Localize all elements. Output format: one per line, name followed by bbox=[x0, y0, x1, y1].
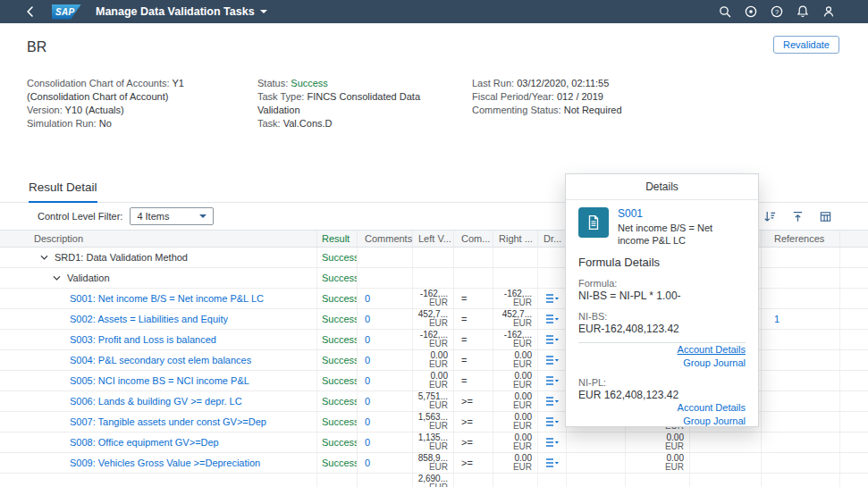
row-description: Validation bbox=[67, 273, 110, 283]
column-header[interactable]: Comments bbox=[358, 231, 413, 247]
copilot-icon[interactable] bbox=[744, 4, 758, 19]
table-row[interactable]: 2,690...EUR bbox=[0, 474, 868, 487]
comments-link[interactable]: 0 bbox=[365, 375, 370, 386]
references-cell bbox=[762, 248, 840, 267]
account-details-link[interactable]: Account Details bbox=[578, 401, 746, 415]
shell-bar: SAP Manage Data Validation Tasks ? bbox=[0, 0, 868, 23]
result-cell: Success bbox=[317, 350, 358, 370]
app-title-menu[interactable]: Manage Data Validation Tasks bbox=[96, 5, 267, 18]
comparison-cell: >= bbox=[454, 453, 493, 473]
description-cell: S006: Lands & building GV >= depr. LC bbox=[0, 391, 317, 411]
row-description[interactable]: S006: Lands & building GV >= depr. LC bbox=[70, 396, 242, 407]
comments-cell: 0 bbox=[358, 350, 413, 370]
header-info: Consolidation Chart of Accounts: Y1 (Con… bbox=[27, 77, 839, 130]
cell bbox=[840, 371, 868, 390]
popup-item-id-link[interactable]: S001 bbox=[618, 207, 746, 220]
left-value-cell: 0.00EUR bbox=[413, 350, 454, 370]
drilldown-menu-icon[interactable] bbox=[545, 396, 560, 407]
row-description[interactable]: S008: Office equipment GV>=Dep bbox=[70, 437, 219, 448]
drilldown-menu-icon[interactable] bbox=[545, 293, 560, 304]
comments-link[interactable]: 0 bbox=[365, 355, 370, 365]
revalidate-button[interactable]: Revalidate bbox=[773, 36, 839, 54]
sort-icon[interactable] bbox=[763, 210, 777, 223]
right-value-cell: 0.00EUR bbox=[493, 371, 538, 390]
description-cell: Validation bbox=[0, 268, 317, 288]
collapse-all-icon[interactable] bbox=[791, 210, 805, 223]
comments-cell bbox=[358, 248, 413, 267]
comments-link[interactable]: 0 bbox=[365, 293, 370, 304]
row-description[interactable]: S004: P&L secondary cost elem balances bbox=[70, 355, 251, 365]
column-header[interactable]: Left V... bbox=[413, 231, 454, 247]
left-value-cell: 1,135...EUR bbox=[413, 432, 454, 452]
header-field-value: 012 / 2019 bbox=[557, 91, 603, 102]
right-value-cell: 0.00EUR bbox=[493, 412, 538, 432]
help-icon[interactable]: ? bbox=[770, 4, 784, 19]
drilldown-menu-icon[interactable] bbox=[545, 334, 560, 345]
control-level-filter-label: Control Level Filter: bbox=[38, 211, 122, 222]
drilldown-cell bbox=[538, 248, 567, 267]
row-description[interactable]: S005: NCI income BS = NCI income P&L bbox=[70, 375, 249, 386]
reference-link[interactable]: 1 bbox=[774, 314, 780, 324]
left-value-cell: 0.00EUR bbox=[413, 371, 454, 390]
header-field-value: Val.Cons.D bbox=[283, 118, 333, 129]
search-icon[interactable] bbox=[718, 4, 732, 19]
expand-chevron-icon[interactable] bbox=[52, 273, 63, 283]
drilldown-menu-icon[interactable] bbox=[545, 355, 560, 365]
comments-link[interactable]: 0 bbox=[365, 416, 370, 427]
row-description[interactable]: S009: Vehicles Gross Value >=Depreciatio… bbox=[70, 458, 260, 468]
table-row[interactable]: S009: Vehicles Gross Value >=Depreciatio… bbox=[0, 453, 868, 474]
table-settings-icon[interactable] bbox=[819, 210, 832, 223]
comments-link[interactable]: 0 bbox=[365, 437, 370, 448]
drilldown-menu-icon[interactable] bbox=[545, 416, 560, 427]
drilldown-menu-icon[interactable] bbox=[545, 437, 560, 448]
comments-cell: 0 bbox=[358, 371, 413, 390]
right-value-cell: 0.00EUR bbox=[493, 391, 538, 411]
control-level-filter-select[interactable]: 4 Items bbox=[130, 207, 214, 225]
references-cell bbox=[762, 330, 840, 349]
chevron-down-icon bbox=[260, 10, 267, 13]
comparison-cell bbox=[454, 248, 493, 267]
column-header[interactable]: Result bbox=[317, 231, 358, 247]
header-field-label: Task Type: bbox=[257, 91, 307, 102]
right-value-cell bbox=[493, 248, 538, 267]
row-description[interactable]: S002: Assets = Liabilities and Equity bbox=[70, 314, 228, 324]
header-field: Last Run: 03/12/2020, 02:11:55 bbox=[472, 77, 823, 90]
comparison-cell: = bbox=[454, 371, 493, 390]
row-description[interactable]: S003: Profit and Loss is balanced bbox=[70, 334, 216, 345]
notifications-bell-icon[interactable] bbox=[796, 4, 810, 19]
description-cell: S005: NCI income BS = NCI income P&L bbox=[0, 371, 317, 390]
column-header[interactable]: Description bbox=[0, 231, 317, 247]
drilldown-menu-icon[interactable] bbox=[545, 375, 560, 386]
nibs-label: NI-BS: bbox=[578, 311, 746, 322]
drilldown-menu-icon[interactable] bbox=[545, 314, 560, 324]
expand-chevron-icon[interactable] bbox=[39, 252, 50, 263]
column-header[interactable]: Dr... bbox=[538, 231, 567, 247]
account-details-link[interactable]: Account Details bbox=[578, 343, 746, 357]
header-field-label: Task: bbox=[257, 118, 283, 129]
header-field: Consolidation Chart of Accounts: Y1 (Con… bbox=[27, 77, 241, 104]
filter-selected-value: 4 Items bbox=[137, 211, 169, 222]
tab-result-detail[interactable]: Result Detail bbox=[29, 181, 97, 202]
row-description[interactable]: S001: Net income B/S = Net income P&L LC bbox=[70, 293, 264, 304]
header-field: Task Type: FINCS Consolidated Data Valid… bbox=[257, 90, 456, 117]
column-header[interactable]: References bbox=[762, 231, 840, 247]
back-icon[interactable] bbox=[23, 4, 38, 19]
group-journal-link[interactable]: Group Journal bbox=[578, 357, 746, 370]
user-profile-icon[interactable] bbox=[822, 4, 836, 19]
drilldown-cell bbox=[538, 289, 567, 308]
drilldown-menu-icon[interactable] bbox=[545, 458, 560, 468]
group-journal-link[interactable]: Group Journal bbox=[578, 415, 746, 428]
result-cell: Success bbox=[317, 412, 358, 432]
row-description[interactable]: S007: Tangible assets under const GV>=De… bbox=[70, 416, 266, 427]
column-header[interactable]: Right ... bbox=[493, 231, 538, 247]
result-cell: Success bbox=[317, 309, 358, 329]
cell bbox=[840, 289, 868, 308]
right-value-cell bbox=[493, 474, 538, 487]
result-cell: Success bbox=[317, 330, 358, 349]
comments-link[interactable]: 0 bbox=[365, 458, 370, 468]
comments-link[interactable]: 0 bbox=[365, 334, 370, 345]
comments-link[interactable]: 0 bbox=[365, 314, 370, 324]
references-cell bbox=[762, 289, 840, 308]
comments-link[interactable]: 0 bbox=[365, 396, 370, 407]
column-header[interactable]: Com... bbox=[454, 231, 493, 247]
